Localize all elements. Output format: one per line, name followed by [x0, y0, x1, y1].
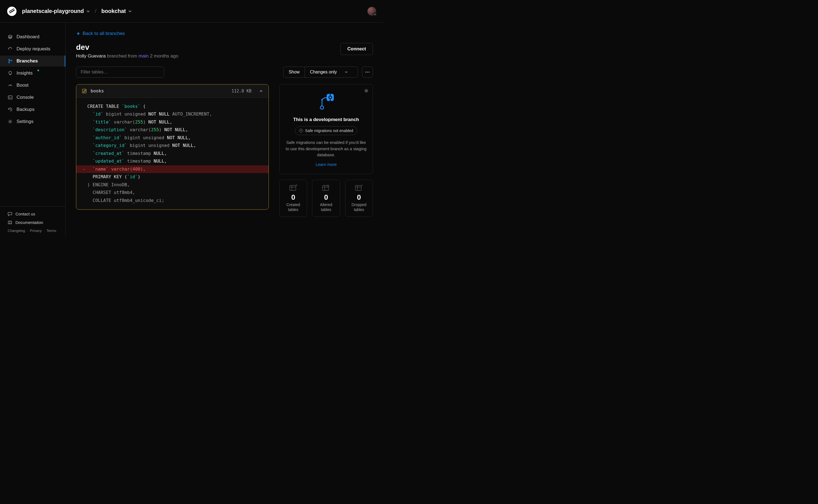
dev-card-desc: Safe migrations can be enabled if you'd … — [286, 139, 367, 158]
safe-migrations-pill[interactable]: ✕ Safe migrations not enabled — [295, 126, 357, 135]
branch-title: dev — [76, 43, 178, 52]
logo[interactable] — [7, 7, 17, 16]
x-circle-icon: ✕ — [299, 129, 303, 133]
schema-panel: books 112.0 KB CREATE TABLE `books` ( `i… — [76, 84, 269, 210]
terms-link[interactable]: Terms — [47, 229, 56, 233]
contact-link[interactable]: Contact us — [8, 212, 58, 216]
breadcrumb-separator: / — [95, 8, 97, 14]
code-block: CREATE TABLE `books` ( `id` bigint unsig… — [76, 98, 269, 209]
svg-point-2 — [9, 62, 10, 63]
author-name: Holly Guevara — [76, 53, 106, 59]
sidebar-item-console[interactable]: Console — [0, 92, 65, 103]
chevron-down-icon — [128, 9, 132, 13]
sidebar-item-insights[interactable]: Insights — [0, 68, 65, 79]
svg-point-1 — [9, 59, 10, 60]
stats-row: 0 Createdtables 0 Alteredtables 0 Droppe… — [279, 180, 373, 217]
sidebar-item-label: Backups — [17, 107, 34, 112]
sidebar-item-branches[interactable]: Branches — [0, 56, 65, 67]
backups-icon — [8, 107, 13, 112]
card-settings-button[interactable] — [364, 88, 369, 93]
table-size: 112.0 KB — [232, 89, 252, 94]
show-group: Show Changes only — [284, 67, 358, 78]
sidebar-item-label: Dashboard — [17, 34, 39, 40]
right-column: This is a development branch ✕ Safe migr… — [279, 84, 373, 217]
dashboard-icon — [8, 34, 13, 39]
status-dot — [37, 70, 39, 71]
svg-point-8 — [367, 72, 368, 72]
sidebar-item-label: Settings — [17, 119, 33, 124]
dev-branch-card: This is a development branch ✕ Safe migr… — [279, 84, 373, 174]
svg-rect-6 — [8, 212, 12, 215]
chevron-down-icon — [345, 70, 348, 74]
table-minus-icon — [355, 184, 363, 191]
connect-button[interactable]: Connect — [340, 43, 373, 55]
docs-link[interactable]: Documentation — [8, 220, 58, 225]
sidebar-item-backups[interactable]: Backups — [0, 104, 65, 115]
svg-rect-4 — [8, 96, 12, 99]
privacy-link[interactable]: Privacy — [30, 229, 42, 233]
footer-label: Contact us — [15, 212, 35, 216]
avatar[interactable] — [367, 7, 376, 16]
stat-altered: 0 Alteredtables — [312, 180, 340, 217]
show-select[interactable]: Changes only — [305, 67, 358, 77]
svg-point-12 — [320, 106, 324, 109]
svg-rect-16 — [290, 185, 296, 190]
sidebar-footer: Contact us Documentation Changelog · Pri… — [0, 206, 65, 236]
footer-small-links: Changelog · Privacy · Terms — [8, 229, 58, 233]
learn-more-link[interactable]: Learn more — [286, 162, 367, 167]
topbar: planetscale-playground / bookchat — [0, 0, 383, 23]
table-plus-icon — [289, 184, 298, 191]
gear-icon — [8, 119, 13, 124]
sidebar-item-boost[interactable]: Boost — [0, 80, 65, 91]
sidebar-item-label: Deploy requests — [17, 46, 50, 52]
boost-icon — [8, 83, 13, 88]
from-branch[interactable]: main — [138, 53, 149, 59]
deploy-icon — [8, 46, 13, 51]
chevron-up-icon[interactable] — [259, 89, 263, 93]
sidebar-item-dashboard[interactable]: Dashboard — [0, 31, 65, 42]
stat-created: 0 Createdtables — [279, 180, 307, 217]
insights-icon — [8, 71, 13, 76]
dev-card-title: This is a development branch — [286, 117, 367, 122]
table-edit-icon — [322, 184, 330, 191]
sidebar-item-label: Insights — [17, 70, 33, 76]
back-link[interactable]: Back to all branches — [76, 31, 373, 36]
breadcrumb: planetscale-playground / bookchat — [22, 8, 132, 14]
svg-point-13 — [321, 99, 323, 101]
stat-dropped: 0 Droppedtables — [345, 180, 373, 217]
org-switcher[interactable]: planetscale-playground — [22, 8, 90, 14]
svg-point-9 — [369, 72, 369, 72]
org-name: planetscale-playground — [22, 8, 84, 14]
footer-label: Documentation — [15, 220, 43, 225]
project-switcher[interactable]: bookchat — [101, 8, 132, 14]
arrow-left-icon — [76, 31, 80, 36]
book-icon — [8, 220, 12, 225]
chat-icon — [8, 212, 12, 216]
project-name: bookchat — [101, 8, 126, 14]
sidebar-item-label: Boost — [17, 83, 28, 88]
chevron-down-icon — [373, 12, 377, 16]
back-label: Back to all branches — [83, 31, 125, 36]
svg-point-3 — [11, 60, 12, 61]
more-button[interactable] — [362, 67, 373, 78]
branch-icon — [8, 59, 13, 64]
branch-meta: Holly Guevara branched from main 2 month… — [76, 53, 178, 59]
schema-header[interactable]: books 112.0 KB — [76, 84, 269, 98]
table-name: books — [91, 88, 228, 94]
svg-point-7 — [365, 72, 366, 72]
filter-input[interactable] — [76, 67, 164, 78]
edit-icon — [82, 89, 87, 94]
svg-rect-18 — [355, 185, 361, 190]
sidebar-item-deploy-requests[interactable]: Deploy requests — [0, 43, 65, 54]
sidebar-item-settings[interactable]: Settings — [0, 116, 65, 127]
sidebar-item-label: Console — [17, 95, 34, 100]
svg-point-11 — [366, 90, 367, 92]
diff-removed-line: - `name` varchar(400), — [76, 165, 269, 173]
gear-icon — [364, 88, 369, 93]
svg-point-5 — [10, 121, 11, 122]
changelog-link[interactable]: Changelog — [8, 229, 25, 233]
sidebar: Dashboard Deploy requests Branches Insig… — [0, 23, 65, 236]
console-icon — [8, 95, 13, 100]
branch-graphic-icon — [318, 92, 334, 111]
ellipsis-icon — [365, 72, 370, 73]
